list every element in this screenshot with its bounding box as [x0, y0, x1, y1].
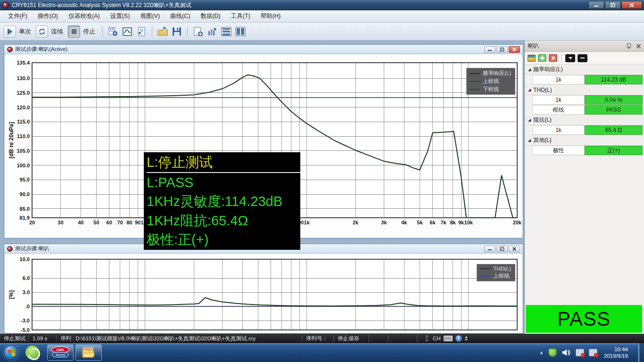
legend-line-sample [480, 276, 490, 277]
menu-item-8[interactable]: 帮助(H) [256, 10, 286, 22]
svg-text:7k: 7k [440, 332, 446, 333]
menu-item-2[interactable]: 仪器校准(A) [63, 10, 105, 22]
run-single-label: 单次 [19, 27, 31, 36]
tree-row-0-0[interactable]: 1k114.23 dB [532, 75, 644, 85]
tree-row-1-1[interactable]: 框线PASS [532, 105, 644, 115]
add-chart-button[interactable] [206, 25, 218, 38]
new-step-button[interactable] [192, 25, 204, 38]
app-icon [2, 2, 9, 8]
results-panel-header[interactable]: 喇叭 [525, 41, 644, 52]
legend-label: 上框线 [483, 78, 499, 85]
language-indicator[interactable]: CH [433, 336, 441, 341]
minus-button[interactable] [578, 54, 587, 62]
report-button[interactable] [135, 25, 148, 38]
ime-help-icon[interactable]: ? [455, 335, 462, 342]
add-item-button[interactable] [538, 54, 546, 62]
thd-chart-legend: THD(L)上框线 [477, 264, 515, 281]
legend-line-sample [470, 81, 480, 82]
open-button[interactable] [157, 25, 169, 38]
start-button[interactable] [4, 345, 19, 360]
menu-item-4[interactable]: 视图(V) [135, 10, 165, 22]
tray-expand-icon[interactable]: ▲ [539, 350, 544, 355]
child-minimize-button[interactable] [484, 46, 495, 53]
tree-row-value: 114.23 dB [585, 75, 643, 84]
menu-item-3[interactable]: 设置(S) [105, 10, 135, 22]
collapse-all-button[interactable] [565, 54, 575, 62]
save-button[interactable] [171, 25, 183, 38]
freq-window-title: 测试步骤:喇叭(Active) [15, 46, 67, 53]
tree-row-3-0[interactable]: 极性正(+) [532, 146, 644, 156]
antivirus-tray-icon[interactable] [548, 348, 557, 357]
freq-window-titlebar[interactable]: 测试步骤:喇叭(Active) [4, 45, 523, 54]
desktop: CRY6151 Electro-acoustic Analysis System… [0, 0, 644, 362]
device-error-tray-icon[interactable] [576, 349, 584, 356]
svg-text:81.9: 81.9 [20, 215, 30, 221]
child-restore-button[interactable] [496, 246, 508, 252]
svg-text:6.0: 6.0 [23, 275, 30, 281]
browser-taskbar-icon[interactable] [25, 346, 40, 360]
tree-section-label: THD(L) [533, 87, 552, 93]
svg-text:20k: 20k [513, 220, 522, 225]
tree-row-1-0[interactable]: 1k0.04 % [532, 95, 644, 105]
tree-section-3[interactable]: ◢其他(L) [525, 135, 644, 146]
svg-text:30: 30 [58, 220, 63, 225]
layout-rows-button[interactable] [220, 25, 232, 38]
close-button[interactable] [621, 1, 642, 9]
svg-text:300: 300 [218, 332, 226, 333]
svg-text:70: 70 [117, 220, 123, 225]
tree-section-1[interactable]: ◢THD(L) [525, 85, 644, 95]
svg-text:60: 60 [107, 220, 112, 225]
svg-text:200: 200 [190, 332, 198, 333]
menu-item-0[interactable]: 文件(F) [3, 10, 33, 22]
svg-text:10k: 10k [464, 220, 473, 225]
language-bar-grip[interactable] [426, 336, 428, 341]
svg-text:4k: 4k [401, 332, 407, 333]
cry-sound-taskbar-button[interactable]: CRYSound [47, 345, 74, 361]
overlay-sensitivity-line: 1KHz灵敏度:114.23dB [147, 192, 300, 211]
tree-row-value: PASS [585, 105, 643, 115]
child-close-button[interactable] [509, 246, 520, 252]
tree-section-2[interactable]: ◢阻抗(L) [525, 115, 644, 125]
menu-item-1[interactable]: 操作(O) [33, 10, 63, 22]
menu-item-5[interactable]: 曲线(C) [165, 10, 195, 22]
run-continuous-button[interactable] [36, 25, 48, 38]
svg-text:105.0: 105.0 [17, 148, 30, 154]
menu-item-6[interactable]: 数据(D) [195, 10, 225, 22]
restore-button[interactable] [605, 1, 621, 9]
network-error-tray-icon[interactable] [589, 349, 597, 356]
svg-text:1k: 1k [304, 220, 310, 225]
menu-item-7[interactable]: 工具(T) [226, 10, 256, 22]
pin-icon[interactable] [626, 43, 631, 49]
stop-button[interactable] [68, 25, 80, 38]
tree-row-2-0[interactable]: 1k65.4 Ω [532, 125, 644, 135]
language-bar-options[interactable] [465, 336, 468, 341]
svg-text:100.0: 100.0 [17, 163, 30, 168]
status-item-1: 1.09 s [29, 336, 56, 341]
layout-columns-button[interactable] [234, 25, 247, 38]
svg-text:125.0: 125.0 [17, 90, 30, 96]
remove-item-button[interactable] [549, 54, 557, 62]
test-settings-button[interactable] [107, 25, 119, 38]
child-restore-button[interactable] [496, 46, 508, 53]
taskbar-clock[interactable]: 10:44 2019/9/19 [604, 346, 628, 359]
curve-settings-button[interactable] [121, 25, 133, 38]
legend-item-0: THD(L) [480, 266, 511, 272]
legend-line-sample [470, 89, 480, 90]
panel-close-icon[interactable] [636, 43, 641, 49]
svg-text:500: 500 [254, 332, 262, 333]
child-close-button[interactable] [509, 46, 520, 53]
explorer-taskbar-button[interactable] [75, 345, 102, 361]
svg-text:800: 800 [287, 332, 295, 333]
overlay-status-line: L:停止测试 [147, 153, 300, 173]
tree-section-0[interactable]: ◢频率响应(L) [525, 65, 644, 75]
keyboard-icon[interactable] [444, 336, 453, 341]
svg-text:7k: 7k [440, 220, 446, 225]
child-minimize-button[interactable] [484, 246, 495, 252]
show-desktop-button[interactable] [638, 343, 644, 362]
svg-text:600: 600 [266, 332, 275, 333]
run-single-button[interactable] [4, 25, 16, 38]
volume-icon[interactable] [561, 348, 571, 357]
layers-icon[interactable] [528, 55, 536, 62]
triangle-down-icon [569, 57, 572, 59]
minimize-button[interactable] [588, 1, 604, 9]
